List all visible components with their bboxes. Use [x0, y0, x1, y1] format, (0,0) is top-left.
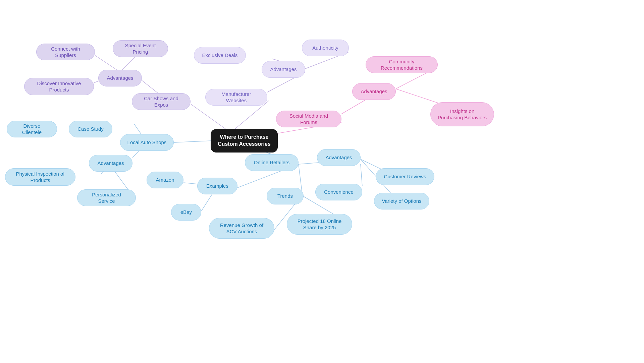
revenue-growth-node: Revenue Growth of ACV Auctions: [209, 218, 274, 239]
advantages-mfr-node: Advantages: [262, 61, 305, 78]
variety-options-node: Variety of Options: [374, 193, 429, 209]
case-study-node: Case Study: [69, 121, 112, 137]
car-shows-node: Car Shows and Expos: [132, 93, 191, 110]
advantages-social-node: Advantages: [352, 83, 396, 100]
physical-inspection-node: Physical Inspection of Products: [5, 168, 75, 186]
svg-line-22: [299, 164, 302, 191]
discover-innovative-node: Discover Innovative Products: [24, 78, 94, 95]
ebay-node: eBay: [171, 204, 201, 221]
community-recs-node: Community Recommendations: [366, 56, 438, 73]
diverse-clientele-node: Diverse Clientele: [7, 121, 57, 137]
svg-line-0: [174, 141, 211, 142]
projected-share-node: Projected 18 Online Share by 2025: [287, 214, 352, 235]
advantages-local-node: Advantages: [89, 155, 132, 172]
examples-node: Examples: [197, 178, 237, 194]
amazon-node: Amazon: [147, 172, 183, 188]
center-node: Where to Purchase Custom Accessories: [211, 129, 278, 153]
convenience-node: Convenience: [315, 184, 362, 200]
special-event-pricing-node: Special Event Pricing: [113, 40, 168, 57]
insights-node: Insights on Purchasing Behaviors: [430, 102, 494, 126]
exclusive-deals-node: Exclusive Deals: [194, 47, 246, 64]
local-auto-shops-node: Local Auto Shops: [120, 134, 174, 151]
manufacturer-websites-node: Manufacturer Websites: [205, 89, 267, 106]
personalized-service-node: Personalized Service: [77, 189, 136, 206]
connect-suppliers-node: Connect with Suppliers: [36, 44, 95, 60]
authenticity-node: Authenticity: [302, 40, 349, 56]
trends-node: Trends: [267, 188, 304, 204]
advantages-online-node: Advantages: [317, 149, 361, 166]
social-media-node: Social Media and Forums: [276, 111, 341, 127]
customer-reviews-node: Customer Reviews: [376, 168, 434, 185]
advantages-shows-node: Advantages: [98, 70, 142, 86]
svg-line-1: [191, 104, 228, 131]
online-retailers-node: Online Retailers: [245, 154, 299, 171]
svg-line-25: [361, 164, 362, 186]
